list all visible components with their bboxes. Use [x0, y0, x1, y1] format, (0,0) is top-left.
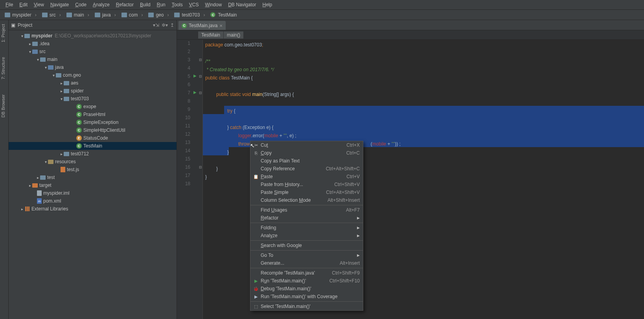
tree-item-selected[interactable]: TestMain — [83, 143, 102, 149]
project-tree[interactable]: ▾myspiderE:\GEO_workspace\works20170213\… — [9, 30, 177, 319]
tree-item[interactable]: aes — [71, 80, 78, 86]
context-run-testmain-main-[interactable]: ▶Run 'TestMain.main()'Ctrl+Shift+F10 — [250, 277, 363, 285]
context-refactor[interactable]: Refactor▶ — [250, 214, 363, 222]
tree-item[interactable]: test.js — [67, 167, 79, 172]
context-debug-testmain-main-[interactable]: 🐞Debug 'TestMain.main()' — [250, 285, 363, 293]
context-go-to[interactable]: Go To▶ — [250, 251, 363, 259]
context-run-testmain-main-with-coverage[interactable]: ▶Run 'TestMain.main()' with Coverage — [250, 293, 363, 301]
tree-item[interactable]: SimpleException — [83, 120, 118, 125]
context-column-selection-mode[interactable]: Column Selection ModeAlt+Shift+Insert — [250, 196, 363, 204]
tree-item[interactable]: External Libraries — [31, 206, 68, 212]
project-panel-title[interactable]: Project — [18, 22, 32, 28]
tree-item[interactable]: spider — [71, 88, 84, 94]
breadcrumb-nav: myspidersrcmainjavacomgeotest0703CTestMa… — [0, 10, 644, 20]
context-copy-reference[interactable]: Copy ReferenceCtrl+Alt+Shift+C — [250, 165, 363, 173]
fold-gutter: ⊟ ⊟ ⊟ ⊟ — [198, 40, 203, 319]
tool-dbbrowser[interactable]: DB Browser — [0, 93, 8, 119]
menu-code[interactable]: Code — [72, 1, 90, 9]
context-search-with-google[interactable]: Search with Google — [250, 242, 363, 249]
menu-refactor[interactable]: Refactor — [113, 1, 137, 9]
menu-window[interactable]: Window — [202, 1, 225, 9]
fold-icon[interactable]: ⊟ — [199, 91, 202, 95]
menu-edit[interactable]: Edit — [16, 1, 31, 9]
context-copy[interactable]: ⎘CopyCtrl+C — [250, 149, 363, 157]
menu-file[interactable]: File — [2, 1, 16, 9]
menu-tools[interactable]: Tools — [169, 1, 186, 9]
tab-label: TestMain.java — [189, 23, 217, 28]
tree-item[interactable]: resources — [55, 159, 76, 164]
menu-view[interactable]: View — [31, 1, 47, 9]
breadcrumb-src[interactable]: src — [40, 11, 63, 18]
context-analyze[interactable]: Analyze▶ — [250, 232, 363, 240]
context-cut[interactable]: ✂CutCtrl+X — [250, 141, 363, 149]
package-icon — [56, 73, 61, 77]
tree-item[interactable]: target — [39, 183, 52, 188]
context-find-usages[interactable]: Find UsagesAlt+F7 — [250, 206, 363, 214]
tree-item[interactable]: pom.xml — [43, 198, 61, 204]
menu-vcs[interactable]: VCS — [186, 1, 202, 9]
breadcrumb-method[interactable]: main() — [224, 31, 243, 39]
context-copy-as-plain-text[interactable]: Copy as Plain Text — [250, 157, 363, 165]
menu-dbnavigator[interactable]: DB Navigator — [225, 1, 259, 9]
editor-tabs: C TestMain.java ✕ — [177, 20, 644, 30]
run-gutter-icon[interactable]: ▶ — [193, 90, 197, 94]
enum-icon: E — [76, 135, 82, 141]
close-icon[interactable]: ✕ — [219, 24, 223, 28]
menu-analyze[interactable]: Analyze — [90, 1, 113, 9]
tree-item[interactable]: java — [55, 65, 64, 70]
breadcrumb-TestMain[interactable]: CTestMain — [209, 11, 238, 18]
class-icon: C — [182, 23, 187, 28]
breadcrumb-myspider[interactable]: myspider — [3, 11, 38, 18]
tree-item[interactable]: .idea — [39, 41, 50, 46]
context-recompile-testmain-java-[interactable]: Recompile 'TestMain.java'Ctrl+Shift+F9 — [250, 269, 363, 277]
code-editor[interactable]: 123456789101112131415161718 ▶ ▶ ⊟ ⊟ ⊟ ⊟ … — [177, 40, 644, 319]
menu-navigate[interactable]: Navigate — [47, 1, 72, 9]
tree-item[interactable]: PraseHtml — [83, 112, 105, 117]
tool-project[interactable]: 1: Project — [0, 22, 8, 44]
breadcrumb-main[interactable]: main — [65, 11, 91, 18]
editor-tab[interactable]: C TestMain.java ✕ — [178, 21, 226, 30]
context-menu[interactable]: ✂CutCtrl+X⎘CopyCtrl+CCopy as Plain TextC… — [250, 141, 363, 311]
context-paste-from-history-[interactable]: Paste from History...Ctrl+Shift+V — [250, 181, 363, 188]
tree-root[interactable]: myspider — [31, 33, 52, 39]
context-folding[interactable]: Folding▶ — [250, 224, 363, 232]
tree-item[interactable]: myspider.iml — [43, 190, 70, 196]
folder-icon — [40, 175, 46, 180]
tree-item[interactable]: src — [39, 49, 46, 54]
fold-icon[interactable]: ⊟ — [199, 165, 202, 169]
scroll-from-source-icon[interactable]: ⇲ — [155, 22, 159, 28]
code-breadcrumb: TestMain main() — [177, 30, 644, 40]
run-gutter-icon[interactable]: ▶ — [193, 74, 197, 78]
tree-item[interactable]: test0703 — [71, 96, 89, 101]
tree-item[interactable]: com.geo — [63, 72, 81, 78]
class-icon: C — [76, 112, 82, 117]
menu-help[interactable]: Help — [259, 1, 276, 9]
breadcrumb-test0703[interactable]: test0703 — [173, 11, 206, 18]
project-tool-icon: ▣ — [11, 22, 15, 28]
menu-run[interactable]: Run — [154, 1, 169, 9]
context-paste[interactable]: 📋PasteCtrl+V — [250, 173, 363, 181]
tree-item[interactable]: test0712 — [71, 151, 89, 157]
tree-item[interactable]: main — [47, 57, 57, 62]
breadcrumb-com[interactable]: com — [120, 11, 145, 18]
context-generate-[interactable]: Generate...Alt+Insert — [250, 259, 363, 267]
tree-item[interactable]: StatusCode — [83, 135, 108, 141]
collapse-icon[interactable]: ↥ — [170, 22, 174, 28]
settings-icon[interactable]: ✲▾ — [162, 22, 168, 28]
folder-icon — [32, 183, 38, 188]
resources-icon — [48, 160, 53, 164]
tool-structure[interactable]: 7: Structure — [0, 55, 8, 81]
breadcrumb-class[interactable]: TestMain — [198, 31, 223, 39]
breadcrumb-geo[interactable]: geo — [147, 11, 170, 18]
fold-icon[interactable]: ⊟ — [199, 74, 202, 78]
context-select-testmain-main-[interactable]: ⬚Select 'TestMain.main()' — [250, 302, 363, 310]
menu-bar: FileEditViewNavigateCodeAnalyzeRefactorB… — [0, 0, 644, 10]
folder-icon — [48, 65, 53, 70]
breadcrumb-java[interactable]: java — [93, 11, 118, 18]
tree-item[interactable]: test — [47, 175, 55, 180]
menu-build[interactable]: Build — [137, 1, 154, 9]
context-paste-simple[interactable]: Paste SimpleCtrl+Alt+Shift+V — [250, 188, 363, 196]
fold-icon[interactable]: ⊟ — [199, 58, 202, 62]
tree-item[interactable]: SimpleHttpClientUtil — [83, 127, 125, 133]
tree-item[interactable]: exope — [83, 104, 96, 109]
